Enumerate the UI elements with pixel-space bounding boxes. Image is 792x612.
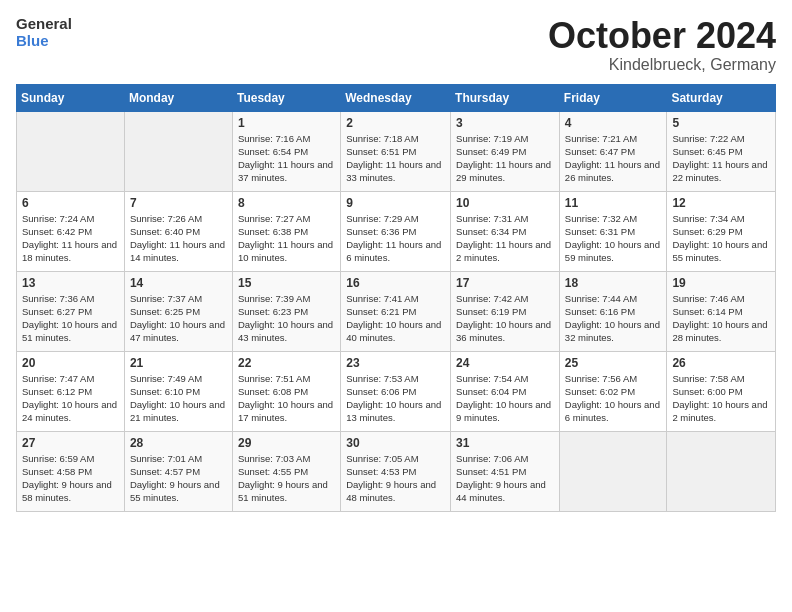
calendar-cell: 22Sunrise: 7:51 AMSunset: 6:08 PMDayligh…	[232, 351, 340, 431]
page-header: General Blue October 2024 Kindelbrueck, …	[16, 16, 776, 74]
cell-details: Sunrise: 7:53 AMSunset: 6:06 PMDaylight:…	[346, 372, 445, 425]
day-number: 4	[565, 116, 662, 130]
cell-details: Sunrise: 7:21 AMSunset: 6:47 PMDaylight:…	[565, 132, 662, 185]
day-number: 13	[22, 276, 119, 290]
calendar-cell: 28Sunrise: 7:01 AMSunset: 4:57 PMDayligh…	[124, 431, 232, 511]
calendar-cell: 19Sunrise: 7:46 AMSunset: 6:14 PMDayligh…	[667, 271, 776, 351]
logo-blue: Blue	[16, 33, 72, 50]
calendar-cell: 3Sunrise: 7:19 AMSunset: 6:49 PMDaylight…	[451, 111, 560, 191]
day-number: 7	[130, 196, 227, 210]
weekday-header-monday: Monday	[124, 84, 232, 111]
cell-details: Sunrise: 7:39 AMSunset: 6:23 PMDaylight:…	[238, 292, 335, 345]
day-number: 19	[672, 276, 770, 290]
calendar-cell	[124, 111, 232, 191]
calendar-cell	[17, 111, 125, 191]
day-number: 27	[22, 436, 119, 450]
month-title: October 2024	[548, 16, 776, 56]
cell-details: Sunrise: 7:47 AMSunset: 6:12 PMDaylight:…	[22, 372, 119, 425]
calendar-cell: 17Sunrise: 7:42 AMSunset: 6:19 PMDayligh…	[451, 271, 560, 351]
day-number: 14	[130, 276, 227, 290]
logo-general: General	[16, 16, 72, 33]
cell-details: Sunrise: 7:51 AMSunset: 6:08 PMDaylight:…	[238, 372, 335, 425]
day-number: 16	[346, 276, 445, 290]
calendar-cell	[559, 431, 667, 511]
calendar-cell: 11Sunrise: 7:32 AMSunset: 6:31 PMDayligh…	[559, 191, 667, 271]
cell-details: Sunrise: 7:05 AMSunset: 4:53 PMDaylight:…	[346, 452, 445, 505]
day-number: 12	[672, 196, 770, 210]
cell-details: Sunrise: 7:24 AMSunset: 6:42 PMDaylight:…	[22, 212, 119, 265]
calendar-cell: 30Sunrise: 7:05 AMSunset: 4:53 PMDayligh…	[341, 431, 451, 511]
calendar-cell: 27Sunrise: 6:59 AMSunset: 4:58 PMDayligh…	[17, 431, 125, 511]
calendar-week-row: 6Sunrise: 7:24 AMSunset: 6:42 PMDaylight…	[17, 191, 776, 271]
calendar-cell: 25Sunrise: 7:56 AMSunset: 6:02 PMDayligh…	[559, 351, 667, 431]
day-number: 8	[238, 196, 335, 210]
calendar-week-row: 1Sunrise: 7:16 AMSunset: 6:54 PMDaylight…	[17, 111, 776, 191]
calendar-cell: 2Sunrise: 7:18 AMSunset: 6:51 PMDaylight…	[341, 111, 451, 191]
day-number: 6	[22, 196, 119, 210]
day-number: 17	[456, 276, 554, 290]
weekday-header-thursday: Thursday	[451, 84, 560, 111]
cell-details: Sunrise: 6:59 AMSunset: 4:58 PMDaylight:…	[22, 452, 119, 505]
weekday-header-wednesday: Wednesday	[341, 84, 451, 111]
day-number: 2	[346, 116, 445, 130]
calendar-cell: 16Sunrise: 7:41 AMSunset: 6:21 PMDayligh…	[341, 271, 451, 351]
day-number: 28	[130, 436, 227, 450]
day-number: 15	[238, 276, 335, 290]
calendar-cell	[667, 431, 776, 511]
cell-details: Sunrise: 7:46 AMSunset: 6:14 PMDaylight:…	[672, 292, 770, 345]
day-number: 20	[22, 356, 119, 370]
calendar-cell: 29Sunrise: 7:03 AMSunset: 4:55 PMDayligh…	[232, 431, 340, 511]
day-number: 5	[672, 116, 770, 130]
weekday-header-sunday: Sunday	[17, 84, 125, 111]
calendar-cell: 21Sunrise: 7:49 AMSunset: 6:10 PMDayligh…	[124, 351, 232, 431]
cell-details: Sunrise: 7:41 AMSunset: 6:21 PMDaylight:…	[346, 292, 445, 345]
cell-details: Sunrise: 7:49 AMSunset: 6:10 PMDaylight:…	[130, 372, 227, 425]
weekday-header-row: SundayMondayTuesdayWednesdayThursdayFrid…	[17, 84, 776, 111]
cell-details: Sunrise: 7:31 AMSunset: 6:34 PMDaylight:…	[456, 212, 554, 265]
day-number: 30	[346, 436, 445, 450]
day-number: 31	[456, 436, 554, 450]
cell-details: Sunrise: 7:37 AMSunset: 6:25 PMDaylight:…	[130, 292, 227, 345]
calendar-cell: 8Sunrise: 7:27 AMSunset: 6:38 PMDaylight…	[232, 191, 340, 271]
day-number: 18	[565, 276, 662, 290]
cell-details: Sunrise: 7:42 AMSunset: 6:19 PMDaylight:…	[456, 292, 554, 345]
day-number: 21	[130, 356, 227, 370]
calendar-week-row: 20Sunrise: 7:47 AMSunset: 6:12 PMDayligh…	[17, 351, 776, 431]
location: Kindelbrueck, Germany	[548, 56, 776, 74]
calendar-cell: 5Sunrise: 7:22 AMSunset: 6:45 PMDaylight…	[667, 111, 776, 191]
day-number: 26	[672, 356, 770, 370]
day-number: 1	[238, 116, 335, 130]
cell-details: Sunrise: 7:18 AMSunset: 6:51 PMDaylight:…	[346, 132, 445, 185]
cell-details: Sunrise: 7:27 AMSunset: 6:38 PMDaylight:…	[238, 212, 335, 265]
calendar-cell: 24Sunrise: 7:54 AMSunset: 6:04 PMDayligh…	[451, 351, 560, 431]
calendar-week-row: 27Sunrise: 6:59 AMSunset: 4:58 PMDayligh…	[17, 431, 776, 511]
calendar-cell: 7Sunrise: 7:26 AMSunset: 6:40 PMDaylight…	[124, 191, 232, 271]
calendar-cell: 26Sunrise: 7:58 AMSunset: 6:00 PMDayligh…	[667, 351, 776, 431]
calendar-cell: 23Sunrise: 7:53 AMSunset: 6:06 PMDayligh…	[341, 351, 451, 431]
calendar-cell: 20Sunrise: 7:47 AMSunset: 6:12 PMDayligh…	[17, 351, 125, 431]
calendar-cell: 1Sunrise: 7:16 AMSunset: 6:54 PMDaylight…	[232, 111, 340, 191]
cell-details: Sunrise: 7:16 AMSunset: 6:54 PMDaylight:…	[238, 132, 335, 185]
day-number: 9	[346, 196, 445, 210]
cell-details: Sunrise: 7:32 AMSunset: 6:31 PMDaylight:…	[565, 212, 662, 265]
weekday-header-saturday: Saturday	[667, 84, 776, 111]
calendar-cell: 14Sunrise: 7:37 AMSunset: 6:25 PMDayligh…	[124, 271, 232, 351]
calendar-week-row: 13Sunrise: 7:36 AMSunset: 6:27 PMDayligh…	[17, 271, 776, 351]
cell-details: Sunrise: 7:44 AMSunset: 6:16 PMDaylight:…	[565, 292, 662, 345]
logo: General Blue	[16, 16, 72, 49]
calendar-cell: 12Sunrise: 7:34 AMSunset: 6:29 PMDayligh…	[667, 191, 776, 271]
calendar-cell: 13Sunrise: 7:36 AMSunset: 6:27 PMDayligh…	[17, 271, 125, 351]
logo-wrap: General Blue	[16, 16, 72, 49]
calendar-cell: 6Sunrise: 7:24 AMSunset: 6:42 PMDaylight…	[17, 191, 125, 271]
cell-details: Sunrise: 7:54 AMSunset: 6:04 PMDaylight:…	[456, 372, 554, 425]
calendar-cell: 15Sunrise: 7:39 AMSunset: 6:23 PMDayligh…	[232, 271, 340, 351]
day-number: 3	[456, 116, 554, 130]
calendar-table: SundayMondayTuesdayWednesdayThursdayFrid…	[16, 84, 776, 512]
day-number: 10	[456, 196, 554, 210]
cell-details: Sunrise: 7:03 AMSunset: 4:55 PMDaylight:…	[238, 452, 335, 505]
day-number: 23	[346, 356, 445, 370]
day-number: 24	[456, 356, 554, 370]
cell-details: Sunrise: 7:26 AMSunset: 6:40 PMDaylight:…	[130, 212, 227, 265]
cell-details: Sunrise: 7:36 AMSunset: 6:27 PMDaylight:…	[22, 292, 119, 345]
day-number: 22	[238, 356, 335, 370]
